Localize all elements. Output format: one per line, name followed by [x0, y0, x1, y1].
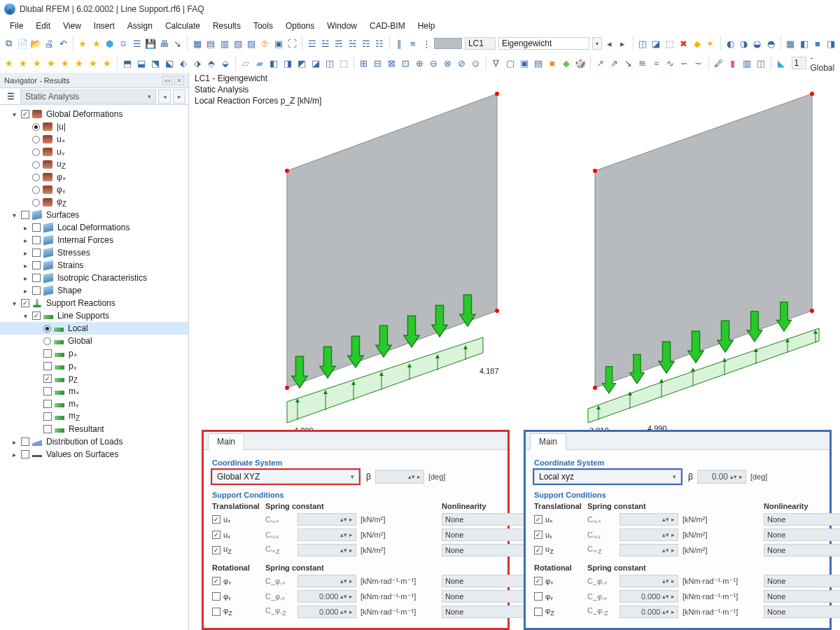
check-uᵧ[interactable]: [534, 531, 542, 539]
s3-icon[interactable]: ★: [31, 55, 43, 71]
g4-icon[interactable]: ⊡: [400, 55, 412, 71]
expand-icon[interactable]: ▾: [21, 312, 29, 320]
check-φᵧ[interactable]: [534, 592, 542, 601]
vy-icon[interactable]: ◑: [738, 36, 750, 51]
check-uᵧ[interactable]: [212, 531, 220, 539]
radio[interactable]: [43, 325, 51, 332]
v3-icon[interactable]: ⋮: [421, 36, 433, 51]
f1-icon[interactable]: ∇: [490, 55, 503, 71]
spring-u_z[interactable]: ▴▾ ▸: [298, 544, 356, 556]
nonlin-uₓ[interactable]: None▾: [764, 513, 840, 526]
va-icon[interactable]: ◫: [636, 36, 648, 51]
tree-node-global-deformations[interactable]: ▾Global Deformations: [0, 108, 188, 120]
new-project-icon[interactable]: ⧉: [3, 36, 15, 51]
expand-icon[interactable]: ▸: [21, 249, 29, 257]
g8-icon[interactable]: ⊘: [456, 55, 468, 71]
spring-φ_z[interactable]: 0.000 ▴▾ ▸: [620, 606, 678, 618]
menu-view[interactable]: View: [57, 20, 87, 32]
f6-icon[interactable]: ◆: [560, 55, 573, 71]
tree-node--z[interactable]: φZ: [0, 196, 188, 209]
block-icon[interactable]: ⬢: [104, 36, 115, 51]
full-icon[interactable]: ⛶: [286, 36, 298, 51]
radio[interactable]: [32, 186, 40, 194]
tree-node-local[interactable]: Local: [0, 322, 188, 335]
radio[interactable]: [32, 148, 40, 156]
r1-icon[interactable]: ☲: [306, 36, 318, 51]
g1-icon[interactable]: ⊞: [358, 55, 370, 71]
checkbox[interactable]: [32, 286, 41, 295]
checkbox[interactable]: [21, 110, 29, 118]
t3-icon[interactable]: ▥: [218, 36, 230, 51]
m3-icon[interactable]: ⬔: [149, 55, 162, 71]
menu-calculate[interactable]: Calculate: [160, 20, 206, 32]
box-icon[interactable]: ▣: [272, 36, 284, 51]
m6-icon[interactable]: ⬗: [191, 55, 204, 71]
checkbox[interactable]: [43, 425, 52, 433]
lc-next-button[interactable]: ▸: [617, 36, 629, 51]
menu-window[interactable]: Window: [321, 20, 363, 32]
fav1-icon[interactable]: ★: [77, 36, 89, 51]
checkbox[interactable]: [32, 223, 41, 232]
menu-assign[interactable]: Assign: [122, 20, 158, 32]
checkbox[interactable]: [43, 349, 52, 358]
checkbox[interactable]: [32, 248, 41, 257]
f3-icon[interactable]: ▣: [518, 55, 531, 71]
menu-help[interactable]: Help: [412, 20, 441, 32]
spring-uᵧ[interactable]: ▴▾ ▸: [620, 528, 678, 541]
p8-icon[interactable]: ⬚: [337, 55, 350, 71]
spring-uₓ[interactable]: ▴▾ ▸: [620, 513, 678, 526]
v2-icon[interactable]: ≡: [407, 36, 419, 51]
check-u_z[interactable]: [534, 546, 542, 554]
nav-prev-button[interactable]: ◂: [158, 90, 171, 104]
spring-φₓ[interactable]: ▴▾ ▸: [298, 575, 356, 587]
radio[interactable]: [43, 337, 51, 345]
lc-prev-button[interactable]: ◂: [603, 36, 615, 51]
tree-node-stresses[interactable]: ▸Stresses: [0, 246, 188, 259]
g9-icon[interactable]: ⊙: [470, 55, 482, 71]
spring-u_z[interactable]: ▴▾ ▸: [620, 544, 678, 556]
tree-node-u-[interactable]: uᵧ: [0, 146, 188, 158]
expand-icon[interactable]: ▸: [21, 237, 29, 244]
last-icon[interactable]: ◫: [755, 55, 767, 71]
clr-icon[interactable]: ▮: [727, 55, 739, 71]
a2-icon[interactable]: ⇗: [608, 55, 621, 71]
checkbox[interactable]: [43, 412, 52, 421]
p1-icon[interactable]: ▱: [239, 55, 252, 71]
save-icon[interactable]: 💾: [144, 36, 156, 51]
radio[interactable]: [32, 123, 40, 131]
tree-node-shape[interactable]: ▸Shape: [0, 284, 188, 297]
f2-icon[interactable]: ▢: [504, 55, 517, 71]
tree-node-global[interactable]: Global: [0, 335, 188, 347]
g3-icon[interactable]: ⊠: [386, 55, 398, 71]
expand-icon[interactable]: ▸: [21, 274, 29, 282]
check-uₓ[interactable]: [534, 515, 542, 524]
lc-chevron-down-icon[interactable]: ▾: [592, 37, 602, 50]
tree-node-p-[interactable]: pₓ: [0, 347, 188, 360]
analysis-type-dropdown[interactable]: Static Analysis ▾: [20, 90, 156, 104]
vd-icon[interactable]: ◆: [691, 36, 703, 51]
pen-icon[interactable]: 🖉: [713, 55, 725, 71]
check-φᵧ[interactable]: [212, 592, 220, 601]
nonlin-uᵧ[interactable]: None▾: [442, 528, 533, 541]
vc-icon[interactable]: ⬚: [664, 36, 676, 51]
list-icon[interactable]: ☰: [131, 36, 143, 51]
expand-icon[interactable]: ▸: [10, 451, 18, 458]
checkbox[interactable]: [32, 274, 41, 282]
tree-node-m-[interactable]: mₓ: [0, 385, 188, 398]
checkbox[interactable]: [32, 261, 41, 270]
checkbox[interactable]: [21, 299, 29, 307]
r2-icon[interactable]: ☱: [319, 36, 331, 51]
loadcase-selector[interactable]: LC1 Eigengewicht ▾: [434, 37, 602, 50]
p5-icon[interactable]: ◩: [295, 55, 308, 71]
checkbox[interactable]: [43, 400, 52, 408]
open-icon[interactable]: 📂: [30, 36, 42, 51]
s6-icon[interactable]: ★: [73, 55, 85, 71]
spring-uᵧ[interactable]: ▴▾ ▸: [298, 528, 356, 541]
tree-node-line-supports[interactable]: ▾Line Supports: [0, 309, 188, 322]
vu-icon[interactable]: ◧: [798, 36, 810, 51]
coord-system-dropdown[interactable]: Local xyz▾: [534, 470, 681, 484]
t5-icon[interactable]: ▨: [246, 36, 258, 51]
check-u_z[interactable]: [212, 546, 220, 554]
radio[interactable]: [32, 174, 40, 181]
checkbox[interactable]: [21, 438, 29, 446]
